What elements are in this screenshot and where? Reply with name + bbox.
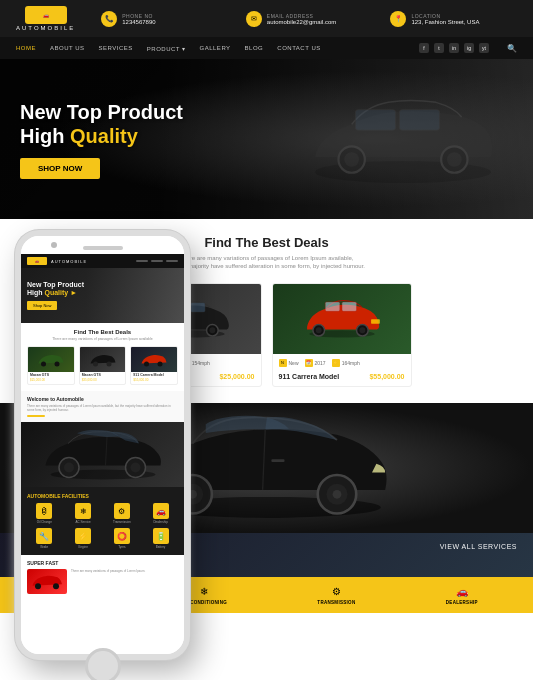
facility-ac-label: AC Service [76,520,91,524]
car-name-2: 911 Carrera Model [279,373,340,380]
svg-rect-15 [325,302,340,311]
speed-icon-2: ⚡ [332,359,340,367]
phone-home-button[interactable] [85,648,121,680]
phone-info: 📞 PHONE NO 1234567890 [101,11,228,27]
phone-deals: Find The Best Deals There are many varia… [21,323,184,391]
phone-large-car [21,422,184,487]
service-dealership: 🚗 DEALERSHIP [446,584,478,605]
phone-superfast: SUPER FAST There are many variations of … [21,555,184,599]
phone-nav-dots [136,260,178,262]
phone-hero-high-text: High [27,289,45,296]
phone-car-1: Macan GTS $25,000.00 [27,346,75,385]
facebook-icon[interactable]: f [419,43,429,53]
twitter-icon[interactable]: t [434,43,444,53]
phone-logo: 🚗 [27,257,47,265]
logo-text: AUTOMOBILE [16,25,75,31]
phone-car-price-1: $25,000.00 [28,378,74,384]
nav-gallery[interactable]: Gallery [200,45,231,51]
phone-superfast-title: SUPER FAST [27,560,178,566]
email-icon: ✉ [246,11,262,27]
svg-point-33 [93,361,98,366]
facility-dealer-icon: 🚗 [153,503,169,519]
air-conditioning-icon: ❄ [197,584,211,598]
svg-point-4 [344,152,359,167]
phone-nav-dot-1 [136,260,148,262]
phone-hero-title-1: New Top Product [27,281,84,289]
svg-point-44 [53,583,59,589]
phone-logo-text: AUTOMOBILE [51,259,87,264]
car-info-2: 911 Carrera Model $55,000.00 [273,370,411,386]
phone-screen: 🚗 AUTOMOBILE New Top Product [21,236,184,654]
nav-services[interactable]: Services [99,45,133,51]
facility-engine-label: Engine [78,545,87,549]
car-price-2: $55,000.00 [369,373,404,380]
nav-home[interactable]: Home [16,45,36,51]
hero-title-line1: New Top Product [20,100,183,124]
phone-speaker [83,246,123,250]
car-speed-1: 154mph [192,360,210,366]
email-value: automobile22@gmail.com [267,19,336,25]
hero-section: New Top Product High Quality Shop Now [0,59,533,219]
svg-point-20 [359,327,365,333]
phone-read-more-btn[interactable] [27,415,45,417]
youtube-icon[interactable]: yt [479,43,489,53]
svg-rect-21 [371,319,380,323]
social-icons: f t in ig yt [419,43,489,53]
car-card-2: N New 📅 2017 ⚡ 164mph 911 Carr [272,283,412,387]
phone-facilities-grid: 🛢 Oil Change ❄ AC Service ⚙ Transmission [27,503,178,549]
phone-hero-cta[interactable]: Shop Now [27,301,57,310]
car-year-2: 2017 [315,360,326,366]
service-dealership-label: DEALERSHIP [446,600,478,605]
svg-point-43 [35,583,41,589]
search-icon[interactable]: 🔍 [507,44,517,53]
nav-about[interactable]: About Us [50,45,85,51]
transmission-icon: ⚙ [329,584,343,598]
facility-tyres-icon: ⭕ [114,528,130,544]
facility-brake-icon: 🔧 [36,528,52,544]
page-wrapper: 🚗 AUTOMOBILE 📞 PHONE NO 1234567890 ✉ EMA… [0,0,533,680]
car-speed-tag-2: ⚡ 164mph [332,359,360,367]
facility-tyres-label: Tyres [118,545,125,549]
phone-car-3: 911 Carrera Model $55,000.00 [130,346,178,385]
facility-ac: ❄ AC Service [66,503,101,524]
phone-topbar: 🚗 AUTOMOBILE [21,254,184,268]
facility-engine-icon: ⚡ [75,528,91,544]
logo-area: 🚗 AUTOMOBILE [16,6,75,31]
phone-superfast-content: There are many variations of passages of… [27,569,178,594]
location-value: 123, Fashion Street, USA [411,19,479,25]
phone-hero-title-2: High Quality ► [27,289,84,297]
svg-point-13 [209,327,215,333]
top-bar: 🚗 AUTOMOBILE 📞 PHONE NO 1234567890 ✉ EMA… [0,0,533,37]
view-all-services[interactable]: VIEW ALL SERVICES [440,543,517,550]
facility-tyres: ⭕ Tyres [105,528,140,549]
instagram-icon[interactable]: ig [464,43,474,53]
phone-deals-title: Find The Best Deals [27,329,178,335]
phone-nav-dot-2 [151,260,163,262]
location-info: 📍 LOCATION 123, Fashion Street, USA [390,11,517,27]
hero-car-image [293,69,513,209]
nav-blog[interactable]: Blog [245,45,264,51]
phone-welcome-title: Welcome to Automobile [27,396,178,402]
svg-point-35 [144,361,149,366]
phone-superfast-car-image [27,569,67,594]
nav-contact[interactable]: Contact Us [277,45,320,51]
linkedin-icon[interactable]: in [449,43,459,53]
phone-hero-quality: Quality ► [45,289,78,296]
new-icon-2: N [279,359,287,367]
facility-dealer: 🚗 Dealership [143,503,178,524]
hero-cta-button[interactable]: Shop Now [20,158,100,179]
location-icon: 📍 [390,11,406,27]
hero-quality-highlight: Quality [70,125,138,147]
svg-point-6 [447,152,462,167]
phone-frame: 🚗 AUTOMOBILE New Top Product [15,230,190,660]
facility-engine: ⚡ Engine [66,528,101,549]
facility-dealer-label: Dealership [153,520,167,524]
svg-point-42 [130,463,140,473]
facility-battery-icon: 🔋 [153,528,169,544]
nav-product[interactable]: Product ▾ [147,45,186,52]
calendar-icon-2: 📅 [305,359,313,367]
car-year-tag-2: 📅 2017 [305,359,326,367]
logo-icon: 🚗 [25,6,67,24]
mobile-phone: 🚗 AUTOMOBILE New Top Product [15,230,190,660]
phone-large-car-svg [38,427,168,482]
